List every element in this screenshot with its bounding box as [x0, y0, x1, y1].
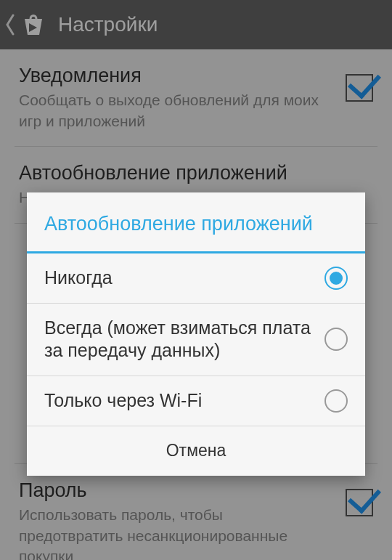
option-wifi[interactable]: Только через Wi-Fi [27, 376, 365, 426]
option-label: Всегда (может взиматься плата за передач… [44, 317, 324, 362]
option-label: Никогда [44, 267, 324, 289]
radio-always[interactable] [324, 328, 348, 351]
option-label: Только через Wi-Fi [44, 389, 324, 412]
radio-never[interactable] [324, 267, 348, 290]
dialog-title: Автообновление приложений [27, 192, 365, 251]
cancel-button[interactable]: Отмена [166, 441, 226, 460]
radio-wifi[interactable] [324, 389, 348, 413]
option-never[interactable]: Никогда [27, 253, 365, 304]
option-always[interactable]: Всегда (может взиматься плата за передач… [27, 304, 365, 376]
autoupdate-dialog: Автообновление приложений Никогда Всегда… [27, 192, 365, 476]
dialog-button-bar: Отмена [27, 426, 365, 476]
